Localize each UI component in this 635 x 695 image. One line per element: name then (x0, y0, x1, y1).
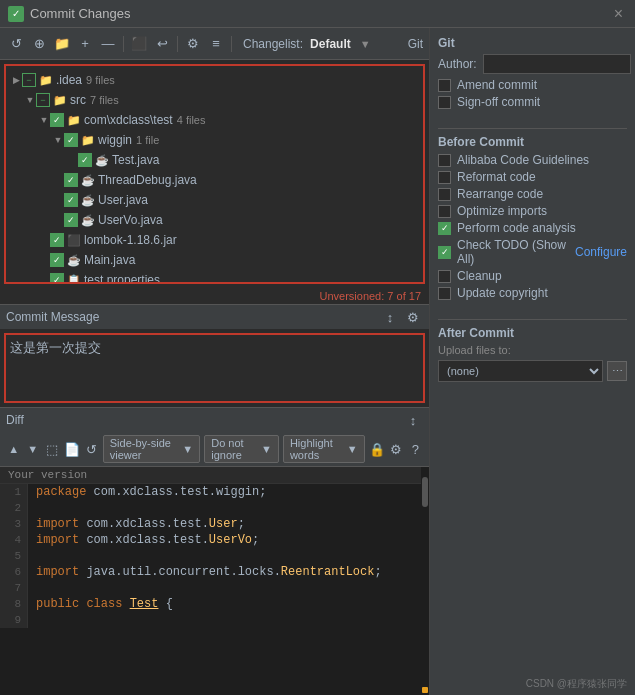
before-commit-option[interactable]: Alibaba Code Guidelines (438, 153, 627, 167)
tree-file-count: 9 files (86, 74, 115, 86)
configure-link[interactable]: Configure (575, 245, 627, 259)
refresh-button[interactable]: ↺ (6, 34, 26, 54)
before-commit-checkbox[interactable] (438, 171, 451, 184)
tree-file-label: Test.java (112, 153, 159, 167)
tree-file-icon: ☕ (81, 174, 95, 187)
tree-item[interactable]: ▼−📁src7 files (6, 90, 423, 110)
delete-button[interactable]: — (98, 34, 118, 54)
tree-item[interactable]: ✓☕UserVo.java (6, 210, 423, 230)
diff-down-btn[interactable]: ▼ (25, 439, 40, 459)
before-commit-option[interactable]: ✓Perform code analysis (438, 221, 627, 235)
commit-message-text[interactable]: 这是第一次提交 (10, 339, 419, 389)
code-line: 8public class Test { (0, 596, 421, 612)
tree-checkbox[interactable]: ✓ (64, 173, 78, 187)
tree-checkbox[interactable]: − (22, 73, 36, 87)
diff-up-btn[interactable]: ▲ (6, 439, 21, 459)
diff-help-btn[interactable]: ? (408, 439, 423, 459)
tree-checkbox[interactable]: ✓ (50, 253, 64, 267)
author-label: Author: (438, 57, 477, 71)
before-commit-checkbox[interactable]: ✓ (438, 222, 451, 235)
do-not-ignore-btn[interactable]: Do not ignore ▼ (204, 435, 279, 463)
signoff-commit-row[interactable]: Sign-off commit (438, 95, 627, 109)
tree-item[interactable]: ✓☕ThreadDebug.java (6, 170, 423, 190)
lock-btn[interactable]: 🔒 (369, 439, 385, 459)
close-button[interactable]: × (610, 5, 627, 23)
diff-title: Diff (6, 413, 24, 427)
tree-file-icon: 📁 (67, 114, 81, 127)
add-button[interactable]: + (75, 34, 95, 54)
msg-settings-btn[interactable]: ⚙ (403, 307, 423, 327)
upload-extra-btn[interactable]: ⋯ (607, 361, 627, 381)
title-bar-text: Commit Changes (30, 6, 610, 21)
scroll-thumb[interactable] (422, 477, 428, 507)
amend-commit-checkbox[interactable] (438, 79, 451, 92)
revert-button[interactable]: ↩ (152, 34, 172, 54)
tree-checkbox[interactable]: ✓ (64, 133, 78, 147)
tree-checkbox[interactable]: ✓ (50, 273, 64, 284)
before-commit-option[interactable]: ✓Check TODO (Show All) Configure (438, 238, 627, 266)
tree-file-count: 7 files (90, 94, 119, 106)
before-commit-option[interactable]: Optimize imports (438, 204, 627, 218)
before-commit-option[interactable]: Reformat code (438, 170, 627, 184)
line-content: package com.xdclass.test.wiggin; (28, 484, 421, 500)
tree-item[interactable]: ▼✓📁wiggin1 file (6, 130, 423, 150)
tree-checkbox[interactable]: ✓ (50, 233, 64, 247)
tree-checkbox[interactable]: ✓ (50, 113, 64, 127)
signoff-commit-checkbox[interactable] (438, 96, 451, 109)
left-panel: ↺ ⊕ 📁 + — ⬛ ↩ ⚙ ≡ Changelist: Default ▼ … (0, 28, 430, 695)
scrollbar[interactable] (421, 467, 429, 695)
author-row: Author: (438, 54, 627, 74)
after-commit-title: After Commit (438, 326, 627, 340)
side-by-side-viewer-btn[interactable]: Side-by-side viewer ▼ (103, 435, 200, 463)
highlight-words-btn[interactable]: Highlight words ▼ (283, 435, 365, 463)
move-button[interactable]: ⊕ (29, 34, 49, 54)
code-line: 7 (0, 580, 421, 596)
upload-select-row: (none) ⋯ (438, 360, 627, 382)
tree-arrow: ▼ (52, 135, 64, 145)
tree-item[interactable]: ▶−📁.idea9 files (6, 70, 423, 90)
tree-arrow: ▼ (24, 95, 36, 105)
before-commit-option-label: Perform code analysis (457, 221, 576, 235)
tree-file-label: lombok-1.18.6.jar (84, 233, 177, 247)
before-commit-checkbox[interactable] (438, 154, 451, 167)
tree-item[interactable]: ✓☕User.java (6, 190, 423, 210)
tree-item[interactable]: ✓⬛lombok-1.18.6.jar (6, 230, 423, 250)
amend-commit-row[interactable]: Amend commit (438, 78, 627, 92)
settings-button[interactable]: ⚙ (183, 34, 203, 54)
before-commit-checkbox[interactable] (438, 205, 451, 218)
diff-settings-btn[interactable]: ⚙ (389, 439, 404, 459)
before-commit-option-label: Update copyright (457, 286, 548, 300)
tree-item[interactable]: ✓☕Test.java (6, 150, 423, 170)
before-commit-option[interactable]: Cleanup (438, 269, 627, 283)
line-content: import java.util.concurrent.locks.Reentr… (28, 564, 421, 580)
tree-checkbox[interactable]: ✓ (64, 193, 78, 207)
folder-button[interactable]: 📁 (52, 34, 72, 54)
line-number: 6 (0, 564, 28, 580)
tree-checkbox[interactable]: − (36, 93, 50, 107)
tree-checkbox[interactable]: ✓ (78, 153, 92, 167)
diff-code-area[interactable]: Your version 1package com.xdclass.test.w… (0, 467, 421, 695)
author-input[interactable] (483, 54, 631, 74)
tree-item[interactable]: ▼✓📁com\xdclass\test4 files (6, 110, 423, 130)
upload-select[interactable]: (none) (438, 360, 603, 382)
before-commit-option[interactable]: Rearrange code (438, 187, 627, 201)
before-commit-checkbox[interactable] (438, 270, 451, 283)
diff-button[interactable]: ⬛ (129, 34, 149, 54)
diff-copy-btn[interactable]: ⬚ (44, 439, 59, 459)
msg-expand-btn[interactable]: ↕ (380, 307, 400, 327)
line-number: 9 (0, 612, 28, 628)
changelist-dropdown[interactable]: ▼ (360, 38, 371, 50)
expand-button[interactable]: ≡ (206, 34, 226, 54)
before-commit-checkbox[interactable]: ✓ (438, 246, 451, 259)
commit-message-area[interactable]: 这是第一次提交 (4, 333, 425, 403)
before-commit-checkbox[interactable] (438, 188, 451, 201)
before-commit-checkbox[interactable] (438, 287, 451, 300)
diff-file-btn[interactable]: 📄 (64, 439, 80, 459)
diff-expand-btn[interactable]: ↕ (403, 410, 423, 430)
tree-item[interactable]: ✓☕Main.java (6, 250, 423, 270)
before-commit-option[interactable]: Update copyright (438, 286, 627, 300)
tree-checkbox[interactable]: ✓ (64, 213, 78, 227)
diff-refresh-btn[interactable]: ↺ (84, 439, 99, 459)
line-number: 4 (0, 532, 28, 548)
tree-item[interactable]: ✓📋test.properties (6, 270, 423, 284)
